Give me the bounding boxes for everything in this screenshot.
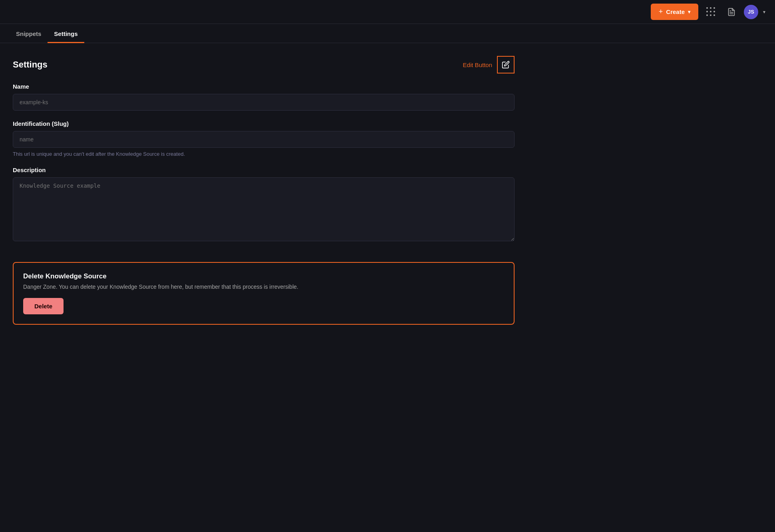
edit-button-area: Edit Button — [463, 56, 515, 73]
delete-section-title: Delete Knowledge Source — [23, 272, 504, 280]
slug-label: Identification (Slug) — [13, 120, 515, 127]
name-label: Name — [13, 83, 515, 90]
name-field-group: Name — [13, 83, 515, 111]
slug-field-group: Identification (Slug) This url is unique… — [13, 120, 515, 157]
delete-button[interactable]: Delete — [23, 298, 64, 314]
doc-icon — [727, 8, 736, 16]
pencil-icon — [502, 61, 510, 69]
page-title: Settings — [13, 60, 48, 70]
description-field-group: Description — [13, 167, 515, 243]
create-label: Create — [666, 8, 685, 15]
description-label: Description — [13, 167, 515, 173]
tabs-bar: Snippets Settings — [0, 24, 775, 43]
edit-icon-button[interactable] — [497, 56, 515, 73]
tab-settings[interactable]: Settings — [48, 26, 84, 43]
avatar-chevron-icon[interactable]: ▾ — [763, 9, 765, 15]
grid-button[interactable] — [703, 4, 719, 20]
grid-icon — [706, 7, 716, 17]
description-textarea[interactable] — [13, 177, 515, 241]
topbar: + Create ▾ JS ▾ — [0, 0, 775, 24]
plus-icon: + — [659, 8, 663, 16]
main-content: Settings Edit Button Name Identification… — [0, 43, 527, 337]
tab-snippets[interactable]: Snippets — [10, 26, 48, 43]
create-button[interactable]: + Create ▾ — [651, 4, 698, 20]
avatar[interactable]: JS — [744, 5, 758, 19]
delete-section: Delete Knowledge Source Danger Zone. You… — [13, 262, 515, 325]
slug-input[interactable] — [13, 131, 515, 148]
delete-section-description: Danger Zone. You can delete your Knowled… — [23, 284, 504, 290]
settings-header: Settings Edit Button — [13, 56, 515, 73]
edit-button-label[interactable]: Edit Button — [463, 62, 492, 68]
create-chevron-icon: ▾ — [688, 9, 690, 15]
avatar-initials: JS — [748, 9, 754, 15]
slug-hint: This url is unique and you can't edit af… — [13, 151, 515, 157]
doc-button[interactable] — [724, 4, 739, 20]
name-input[interactable] — [13, 94, 515, 111]
